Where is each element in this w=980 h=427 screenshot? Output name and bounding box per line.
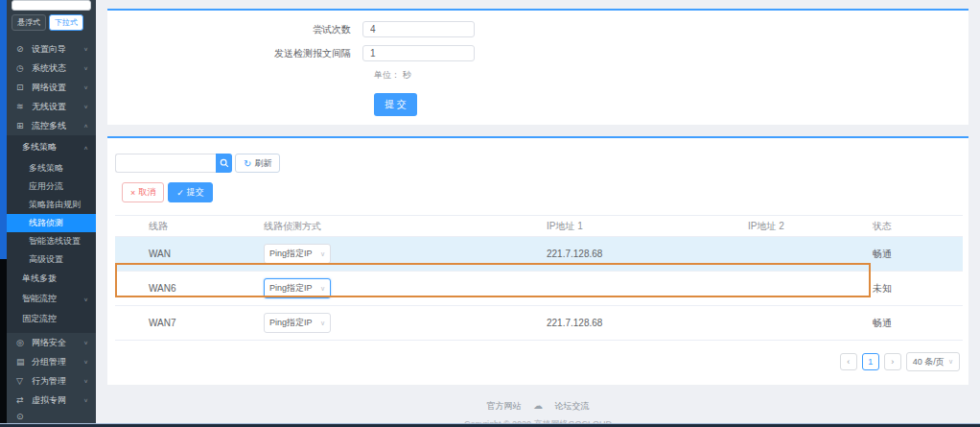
backdrop-strip-blue xyxy=(0,0,7,259)
forum-link[interactable]: 论坛交流 xyxy=(555,401,590,411)
status-value: 未知 xyxy=(853,272,963,306)
wireless-settings-icon: ≋ xyxy=(16,102,28,111)
prev-page-button[interactable]: ‹ xyxy=(840,353,857,370)
app-window: 悬浮式 下拉式 ⊘ 设置向导 ∨ ◷ 系统状态 ∨ ⊡ 网络设置 ∨ ≋ 无线设… xyxy=(0,0,980,427)
chevron-down-icon: ∨ xyxy=(83,359,88,365)
chevron-down-icon: ∨ xyxy=(83,84,88,90)
pagination: ‹ 1 › 40 条/页 ∨ xyxy=(114,352,960,371)
close-icon: × xyxy=(130,188,135,198)
network-security-icon: ◎ xyxy=(16,338,28,347)
table-submit-button[interactable]: ✓ 提交 xyxy=(168,182,213,202)
action-row: × 取消 ✓ 提交 xyxy=(122,182,962,202)
chevron-down-icon: ∨ xyxy=(83,104,88,109)
sidebar-item-advanced-settings[interactable]: 高级设置 xyxy=(7,250,96,269)
clipped-menu-icon: ⊙ xyxy=(16,412,28,421)
current-page-button[interactable]: 1 xyxy=(862,353,879,370)
sidebar-item-flow-multiline[interactable]: ⊞ 流控多线 ∧ xyxy=(7,116,96,135)
search-icon xyxy=(220,158,229,168)
next-page-button[interactable]: › xyxy=(884,353,901,370)
backdrop-strip-black xyxy=(0,259,7,427)
sidebar-item-line-detection[interactable]: 线路侦测 xyxy=(7,214,96,232)
sidebar-item-app-diversion[interactable]: 应用分流 xyxy=(7,178,96,196)
sidebar-item-vpn[interactable]: ⇄ 虚拟专网 ∨ xyxy=(7,391,96,410)
search-row: ↻ 刷新 xyxy=(115,154,962,173)
official-site-link[interactable]: 官方网站 xyxy=(486,401,521,411)
table-row-wan: WAN Ping指定IP ∨ 221.7.128.68 畅通 xyxy=(115,237,963,272)
page-size-select[interactable]: 40 条/页 ∨ xyxy=(906,352,960,371)
refresh-icon: ↻ xyxy=(244,158,251,169)
settings-submit-button[interactable]: 提 交 xyxy=(374,93,417,116)
search-button[interactable] xyxy=(216,154,232,173)
cell-ip1: 221.7.128.68 xyxy=(527,237,729,272)
method-select-wan6[interactable]: Ping指定IP ∨ xyxy=(264,278,331,298)
system-status-icon: ◷ xyxy=(16,63,28,73)
method-select-wan7[interactable]: Ping指定IP ∨ xyxy=(264,313,331,333)
vpn-icon: ⇄ xyxy=(16,395,28,405)
chevron-down-icon: ∨ xyxy=(83,340,88,345)
check-icon: ✓ xyxy=(176,188,184,198)
setup-wizard-icon: ⊘ xyxy=(16,44,28,54)
search-input[interactable] xyxy=(115,154,216,173)
try-count-input[interactable] xyxy=(362,21,475,37)
sidebar-submenu-flow-multiline: 多线策略 ∧ 多线策略 应用分流 策略路由规则 线路侦测 智能选线设置 高级设置… xyxy=(7,135,96,333)
cell-ip2 xyxy=(729,272,853,306)
sidebar-item-setup-wizard[interactable]: ⊘ 设置向导 ∨ xyxy=(7,39,96,59)
cloud-icon: ☁ xyxy=(533,400,543,411)
sidebar-item-smart-flow-control[interactable]: 智能流控 ∨ xyxy=(7,289,96,309)
col-line: 线路 xyxy=(115,216,245,237)
chevron-up-icon: ∧ xyxy=(83,123,88,129)
sidebar-item-multiline-policy[interactable]: 多线策略 xyxy=(7,159,96,178)
cell-ip1: 221.7.128.68 xyxy=(527,306,729,341)
chevron-down-icon: ∨ xyxy=(83,397,88,403)
sidebar-item-clipped[interactable]: ⊙ xyxy=(7,410,96,423)
sidebar-item-single-line-multidial[interactable]: 单线多拨 xyxy=(7,269,96,289)
sidebar-search-input[interactable] xyxy=(12,0,91,11)
interval-row: 发送检测报文间隔 xyxy=(107,45,968,61)
sidebar-item-fixed-flow-control[interactable]: 固定流控 xyxy=(7,309,96,329)
chevron-down-icon: ∨ xyxy=(320,285,325,293)
sidebar-item-policy-route-rules[interactable]: 策略路由规则 xyxy=(7,196,96,214)
sidebar-item-system-status[interactable]: ◷ 系统状态 ∨ xyxy=(7,59,96,78)
sidebar-item-network-settings[interactable]: ⊡ 网络设置 ∨ xyxy=(7,78,96,97)
status-value: 畅通 xyxy=(853,306,963,341)
chevron-up-icon: ∧ xyxy=(83,144,88,150)
try-count-label: 尝试次数 xyxy=(107,23,362,36)
cancel-button[interactable]: × 取消 xyxy=(122,182,164,202)
line-detection-table: 线路 线路侦测方式 IP地址 1 IP地址 2 状态 WAN Ping指定IP xyxy=(115,215,963,341)
sidebar-mode-toggle: 悬浮式 下拉式 xyxy=(12,14,91,31)
sidebar: 悬浮式 下拉式 ⊘ 设置向导 ∨ ◷ 系统状态 ∨ ⊡ 网络设置 ∨ ≋ 无线设… xyxy=(7,0,96,427)
flow-multiline-icon: ⊞ xyxy=(16,121,28,130)
col-ip2: IP地址 2 xyxy=(729,216,853,237)
line-detection-card: ↻ 刷新 × 取消 ✓ 提交 线路 线路侦测 xyxy=(107,136,968,385)
sidebar-group-multiline-policy[interactable]: 多线策略 ∧ xyxy=(7,135,96,159)
unit-hint: 单位： 秒 xyxy=(374,69,968,82)
cell-ip1 xyxy=(527,272,729,306)
table-row-wan6: WAN6 Ping指定IP ∨ 未知 xyxy=(115,272,963,306)
bottom-window-bar xyxy=(0,423,980,427)
chevron-down-icon: ∨ xyxy=(83,296,88,301)
status-value: 畅通 xyxy=(853,237,963,272)
sidebar-item-network-security[interactable]: ◎ 网络安全 ∨ xyxy=(7,333,96,352)
cell-ip2 xyxy=(729,237,853,272)
sidebar-item-behavior-management[interactable]: ▽ 行为管理 ∨ xyxy=(7,371,96,391)
mode-floating-button[interactable]: 悬浮式 xyxy=(12,14,46,31)
col-status: 状态 xyxy=(853,216,963,237)
sidebar-item-smart-line-selection[interactable]: 智能选线设置 xyxy=(7,232,96,250)
footer-links: 官方网站 ☁ 论坛交流 xyxy=(107,400,968,413)
chevron-down-icon: ∨ xyxy=(83,46,88,52)
detection-settings-card: 尝试次数 发送检测报文间隔 单位： 秒 提 交 xyxy=(107,9,968,125)
behavior-management-icon: ▽ xyxy=(16,376,28,386)
chevron-down-icon: ∨ xyxy=(83,378,88,384)
chevron-down-icon: ∨ xyxy=(320,320,325,327)
main-content: 尝试次数 发送检测报文间隔 单位： 秒 提 交 ↻ 刷新 xyxy=(96,0,980,427)
sidebar-item-group-management[interactable]: ▤ 分组管理 ∨ xyxy=(7,352,96,371)
interval-input[interactable] xyxy=(362,45,475,61)
refresh-button[interactable]: ↻ 刷新 xyxy=(235,154,280,173)
cell-ip2 xyxy=(729,306,853,341)
mode-dropdown-button[interactable]: 下拉式 xyxy=(49,14,83,31)
chevron-down-icon: ∨ xyxy=(83,65,88,71)
try-count-row: 尝试次数 xyxy=(107,21,968,37)
sidebar-item-wireless-settings[interactable]: ≋ 无线设置 ∨ xyxy=(7,97,96,116)
group-management-icon: ▤ xyxy=(16,357,28,367)
method-select-wan[interactable]: Ping指定IP ∨ xyxy=(264,244,331,264)
